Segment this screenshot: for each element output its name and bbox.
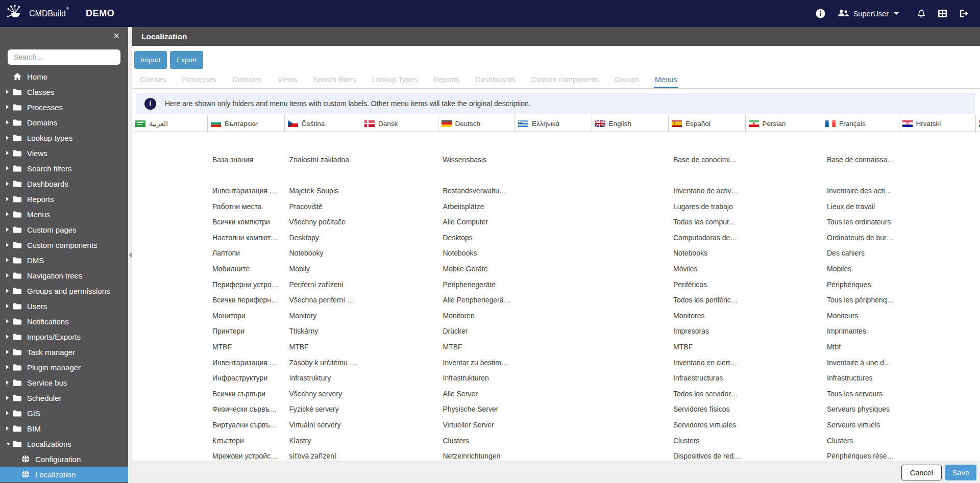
sidebar-item-custom-components[interactable]: Custom components [0, 237, 128, 252]
cell-r13-cs[interactable]: Ttiskárny [285, 327, 362, 335]
info-icon[interactable] [816, 9, 825, 18]
sidebar-item-notifications[interactable]: Notifications [0, 314, 128, 329]
cell-r5-cs[interactable]: Pracoviště [285, 202, 362, 211]
cell-r10-es[interactable]: Periféricos [669, 281, 746, 289]
cell-r21-bg[interactable]: Мрежови устройс… [208, 452, 285, 460]
cell-r13-de[interactable]: Drücker [438, 327, 516, 335]
cell-r16-cs[interactable]: Infrastruktury [285, 374, 362, 382]
cell-r14-de[interactable]: MTBF [438, 343, 516, 351]
sidebar-item-domains[interactable]: Domains [0, 115, 128, 130]
cell-r21-cs[interactable]: síťová zařízení [285, 452, 362, 460]
tab-menus[interactable]: Menus [654, 75, 678, 88]
cell-r9-bg[interactable]: Мобилните [208, 265, 285, 273]
cell-r4-de[interactable]: Bestandsverwaltu… [438, 187, 516, 195]
cell-r12-fr[interactable]: Moniteurs [822, 312, 899, 320]
cell-r20-fr[interactable]: Clusters [822, 437, 899, 445]
cell-r18-de[interactable]: Physische Server [438, 405, 516, 413]
sidebar-item-search-filters[interactable]: Search filters [0, 161, 128, 176]
cell-r20-bg[interactable]: Клъстери [208, 437, 285, 445]
import-button[interactable]: Import [134, 51, 167, 69]
caret-right-icon[interactable] [6, 227, 13, 232]
cell-r2-fr[interactable]: Base de connaissa… [822, 156, 899, 164]
tab-domains[interactable]: Domains [231, 75, 262, 88]
cell-r19-fr[interactable]: Serveurs virtuels [822, 421, 899, 429]
sidebar-item-scheduler[interactable]: Scheduler [0, 390, 128, 405]
cell-r11-fr[interactable]: Tous les périphériq… [822, 296, 899, 304]
caret-right-icon[interactable] [6, 273, 13, 277]
caret-right-icon[interactable] [6, 380, 13, 385]
sidebar-item-users[interactable]: Users [0, 298, 128, 314]
cell-r17-es[interactable]: Todos los servidor… [669, 390, 746, 398]
cell-r15-bg[interactable]: Инвентаризация … [208, 359, 285, 367]
cell-r18-fr[interactable]: Serveurs physiques [822, 405, 899, 413]
cell-r14-fr[interactable]: Mtbf [822, 343, 899, 351]
cell-r13-es[interactable]: Impresoras [669, 327, 746, 335]
cell-r10-fr[interactable]: Périphériques [822, 281, 899, 289]
sidebar-item-localizations[interactable]: Localizations [0, 436, 128, 451]
cell-r12-bg[interactable]: Монитори [208, 312, 285, 320]
cell-r17-de[interactable]: Alle Server [438, 390, 516, 398]
caret-down-icon[interactable] [6, 443, 13, 445]
cell-r7-de[interactable]: Desktops [438, 234, 516, 242]
cell-r18-es[interactable]: Servidores físicos [669, 405, 746, 413]
cell-r9-es[interactable]: Móviles [669, 265, 746, 273]
cell-r12-cs[interactable]: Monitory [285, 312, 362, 320]
tab-classes[interactable]: Classes [139, 75, 167, 88]
cell-r10-cs[interactable]: Periferní zařízení [285, 281, 362, 289]
cell-r15-es[interactable]: Inventario en ciert… [669, 359, 746, 367]
notifications-bell-icon[interactable] [917, 9, 925, 18]
cell-r9-de[interactable]: Mobile Geräte [438, 265, 516, 273]
caret-right-icon[interactable] [6, 365, 13, 369]
cell-r15-cs[interactable]: Zásoby k určitému … [285, 359, 362, 367]
sidebar-item-dms[interactable]: DMS [0, 252, 128, 268]
cell-r14-es[interactable]: MTBF [669, 343, 746, 351]
cell-r7-cs[interactable]: Desktopy [285, 234, 362, 242]
cell-r16-es[interactable]: Infraestructuras [669, 374, 746, 382]
tab-processes[interactable]: Processes [181, 75, 218, 88]
logout-icon[interactable] [960, 9, 969, 18]
cell-r5-es[interactable]: Lugares de trabajo [669, 202, 746, 211]
sidebar-item-reports[interactable]: Reports [0, 191, 128, 207]
save-button[interactable]: Save [945, 465, 976, 480]
close-icon[interactable]: ✕ [113, 32, 120, 40]
cell-r13-fr[interactable]: Imprimantes [822, 327, 899, 335]
cell-r18-bg[interactable]: Физически сървъ… [208, 405, 285, 413]
cell-r11-cs[interactable]: Všechna periferní … [285, 296, 362, 304]
cell-r19-bg[interactable]: Виртуални сървъ… [208, 421, 285, 429]
cell-r19-de[interactable]: Virtueller Server [438, 421, 516, 429]
caret-right-icon[interactable] [6, 258, 13, 262]
caret-right-icon[interactable] [6, 182, 13, 186]
cell-r6-de[interactable]: Alle Computer [438, 218, 516, 226]
cell-r21-es[interactable]: Dispositivos de red… [669, 452, 746, 460]
cell-r17-fr[interactable]: Tous les serveurs [822, 390, 899, 398]
sidebar-item-groups-and-permissions[interactable]: Groups and permissions [0, 283, 128, 298]
cell-r7-bg[interactable]: Настолни компют… [208, 234, 285, 242]
cell-r20-de[interactable]: Clusters [438, 437, 516, 445]
cell-r8-fr[interactable]: Des cahiers [822, 249, 899, 257]
cell-r9-cs[interactable]: Mobily [285, 265, 362, 273]
cell-r11-bg[interactable]: Всички периферн… [208, 296, 285, 304]
caret-right-icon[interactable] [6, 289, 13, 293]
cell-r2-es[interactable]: Base de conocimi… [669, 156, 746, 164]
cell-r17-cs[interactable]: Všechny servery [285, 390, 362, 398]
grid-view-icon[interactable] [938, 9, 947, 18]
sidebar-item-lookup-types[interactable]: Lookup types [0, 130, 128, 145]
cell-r7-es[interactable]: Computadoras de… [669, 234, 746, 242]
cell-r11-de[interactable]: Alle Peripheriegerä… [438, 296, 516, 304]
cell-r13-bg[interactable]: Принтери [208, 327, 285, 335]
caret-right-icon[interactable] [6, 304, 13, 308]
tab-groups[interactable]: Groups [614, 75, 641, 88]
tab-views[interactable]: Views [277, 75, 298, 88]
cell-r6-cs[interactable]: Všechny počítače [285, 218, 362, 226]
caret-right-icon[interactable] [6, 350, 13, 354]
cell-r12-de[interactable]: Monitoren [438, 312, 516, 320]
cell-r16-fr[interactable]: Infrastructures [822, 374, 899, 382]
cell-r16-de[interactable]: Infrastrukturen [438, 374, 516, 382]
caret-right-icon[interactable] [6, 105, 13, 109]
cell-r18-cs[interactable]: Fyzické servery [285, 405, 362, 413]
cell-r5-de[interactable]: Arbeitsplätze [438, 202, 516, 211]
caret-right-icon[interactable] [6, 151, 13, 155]
cell-r12-es[interactable]: Monitores [669, 312, 746, 320]
cell-r8-de[interactable]: Notebooks [438, 249, 516, 257]
sidebar-item-custom-pages[interactable]: Custom pages [0, 222, 128, 237]
